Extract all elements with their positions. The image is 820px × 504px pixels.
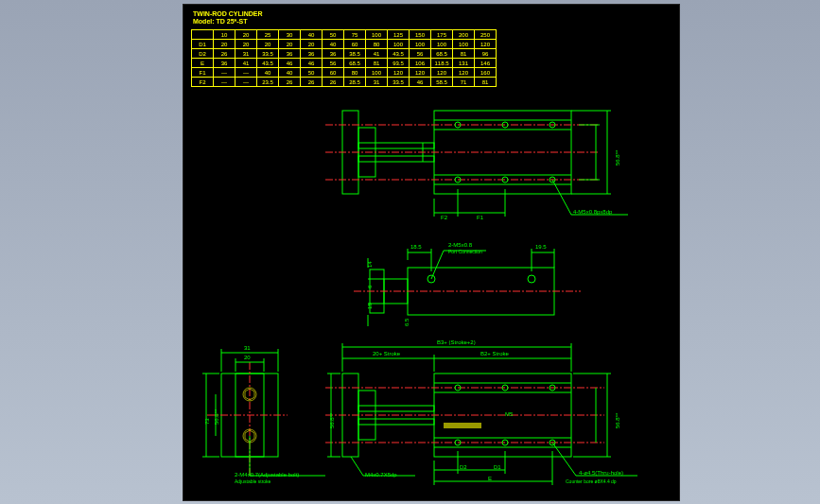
dim-label: 2-M5x0.8 [448, 242, 472, 248]
dim-label: 56.8** [329, 413, 335, 428]
dim-label: 20 [244, 355, 251, 360]
dim-label: Port Connection [448, 249, 482, 254]
svg-rect-76 [358, 406, 434, 411]
dim-label: 6 [367, 286, 373, 288]
svg-rect-77 [358, 419, 434, 425]
dim-label: D2 [460, 464, 467, 470]
dim-label: F1 [477, 215, 483, 220]
svg-line-29 [552, 180, 571, 215]
dim-label: M4x0.7X5dp [365, 472, 397, 478]
dim-label: 6.5 [404, 319, 410, 326]
drawing-canvas: TWIN-ROD CYLINDER Model: TD 25*-ST 10 20… [183, 4, 680, 501]
svg-line-37 [431, 251, 444, 279]
dim-label: 31 [244, 345, 251, 351]
dim-label: 15 [367, 303, 373, 309]
dim-label: B3+ (Stroke+2) [437, 339, 476, 345]
svg-line-107 [351, 457, 363, 476]
dim-label: Adjustable stroke [235, 478, 270, 484]
dim-label: E [488, 476, 492, 481]
dim-label: 19.5 [535, 244, 547, 250]
dim-label: Counter bore ø8X4.4 dp [566, 478, 617, 484]
svg-point-36 [528, 275, 535, 283]
dim-label: 56.8** [615, 413, 620, 428]
dim-label: 56.8** [214, 409, 219, 425]
dim-label: 2-M4x0.7(Adjustable bolt) [235, 472, 299, 478]
dim-label: F2 [441, 215, 447, 220]
dim-label: 14 [367, 261, 373, 268]
dim-label: M5 [505, 411, 513, 417]
drawing-svg [183, 5, 679, 500]
dim-label: 56.8** [615, 150, 620, 165]
dim-label: B2+ Stroke [480, 351, 509, 356]
dim-label: 18.5 [410, 244, 422, 250]
dim-label: 20+ Stroke [373, 351, 400, 356]
dim-label: D1 [494, 464, 501, 470]
svg-rect-81 [444, 423, 481, 428]
dim-label: 73 [204, 418, 210, 425]
dim-label: 4-M5x0.8px8dp [573, 209, 612, 215]
dim-label: 4-ø4.5(Thru-hole) [579, 470, 623, 476]
